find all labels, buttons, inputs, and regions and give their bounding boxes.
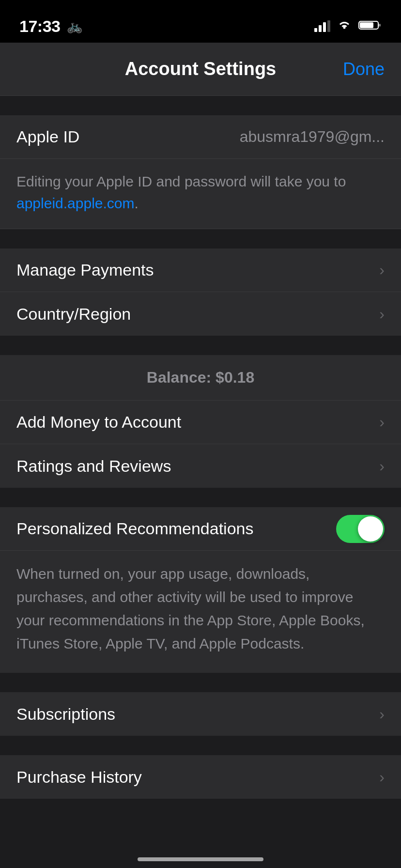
add-money-chevron: › [379, 413, 385, 431]
wifi-icon [337, 19, 352, 33]
svg-rect-1 [360, 22, 373, 28]
recommendations-toggle[interactable] [336, 515, 385, 543]
apple-id-info: Editing your Apple ID and password will … [0, 159, 401, 229]
recommendations-description-section: When turned on, your app usage, download… [0, 551, 401, 673]
manage-payments-chevron: › [379, 261, 385, 279]
recommendations-description: When turned on, your app usage, download… [16, 562, 385, 655]
recommendations-label: Personalized Recommendations [16, 519, 253, 538]
section-gap-1 [0, 96, 401, 115]
subscriptions-label: Subscriptions [16, 705, 115, 724]
country-region-row[interactable]: Country/Region › [0, 292, 401, 336]
balance-section: Balance: $0.18 Add Money to Account › Ra… [0, 355, 401, 488]
country-region-label: Country/Region [16, 305, 131, 324]
balance-row: Balance: $0.18 [0, 355, 401, 401]
manage-payments-row[interactable]: Manage Payments › [0, 248, 401, 292]
apple-id-row[interactable]: Apple ID abusmra1979@gm... [0, 115, 401, 159]
manage-payments-label: Manage Payments [16, 261, 154, 279]
section-gap-3 [0, 336, 401, 355]
apple-id-label: Apple ID [16, 127, 79, 146]
purchase-history-section: Purchase History › [0, 755, 401, 799]
bike-icon: 🚲 [67, 19, 82, 34]
purchase-history-label: Purchase History [16, 768, 142, 787]
section-gap-4 [0, 488, 401, 507]
recommendations-toggle-row: Personalized Recommendations [0, 507, 401, 551]
ratings-reviews-chevron: › [379, 457, 385, 475]
home-indicator [138, 857, 263, 861]
purchase-history-chevron: › [379, 768, 385, 786]
apple-id-link[interactable]: appleid.apple.com [16, 195, 135, 211]
country-region-chevron: › [379, 305, 385, 323]
recommendations-section: Personalized Recommendations When turned… [0, 507, 401, 673]
section-gap-5 [0, 673, 401, 692]
apple-id-value: abusmra1979@gm... [240, 128, 385, 146]
section-gap-2 [0, 229, 401, 248]
section-gap-6 [0, 736, 401, 755]
add-money-row[interactable]: Add Money to Account › [0, 401, 401, 444]
battery-icon [358, 19, 382, 33]
ratings-reviews-row[interactable]: Ratings and Reviews › [0, 444, 401, 488]
page-title: Account Settings [125, 59, 276, 79]
subscriptions-section: Subscriptions › [0, 692, 401, 736]
done-button[interactable]: Done [343, 59, 385, 79]
subscriptions-chevron: › [379, 705, 385, 723]
signal-icon [314, 20, 330, 32]
balance-text: Balance: $0.18 [147, 369, 254, 386]
apple-id-section: Apple ID abusmra1979@gm... Editing your … [0, 115, 401, 229]
payments-section: Manage Payments › Country/Region › [0, 248, 401, 336]
status-time: 17:33 [19, 17, 60, 36]
add-money-label: Add Money to Account [16, 413, 181, 432]
apple-id-info-text: Editing your Apple ID and password will … [16, 173, 346, 211]
svg-rect-2 [379, 24, 381, 27]
toggle-knob [358, 516, 383, 542]
status-bar: 17:33 🚲 [0, 0, 401, 43]
ratings-reviews-label: Ratings and Reviews [16, 457, 171, 476]
status-icons [314, 19, 382, 33]
nav-header: Account Settings Done [0, 43, 401, 96]
subscriptions-row[interactable]: Subscriptions › [0, 692, 401, 736]
purchase-history-row[interactable]: Purchase History › [0, 755, 401, 799]
